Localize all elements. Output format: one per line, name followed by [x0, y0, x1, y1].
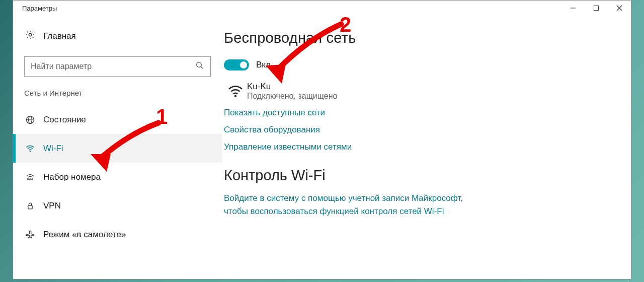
titlebar: Параметры [13, 1, 631, 16]
svg-point-10 [30, 151, 31, 152]
section-title-wifi-sense: Контроль Wi-Fi [224, 167, 616, 184]
svg-rect-1 [594, 6, 599, 11]
svg-point-12 [30, 178, 31, 180]
sidebar-item-label: VPN [43, 201, 61, 211]
wifi-toggle-row: Вкл. [224, 59, 616, 70]
search-icon [195, 61, 204, 72]
window-title: Параметры [22, 5, 57, 12]
sidebar-home-label: Главная [43, 31, 76, 41]
wifi-toggle-label: Вкл. [256, 60, 273, 70]
sidebar-item-airplane[interactable]: Режим «в самолете» [13, 220, 222, 249]
page-title: Беспроводная сеть [224, 30, 616, 46]
settings-window: Параметры Главная [13, 0, 631, 279]
sidebar-item-dialup[interactable]: Набор номера [13, 163, 222, 191]
svg-point-15 [234, 95, 236, 97]
wifi-signal-icon [224, 82, 247, 101]
network-name: Ku-Ku [247, 82, 337, 92]
annotation-number-2: 2 [340, 13, 351, 37]
maximize-button[interactable] [585, 1, 608, 16]
minimize-button[interactable] [561, 1, 585, 16]
vpn-icon [25, 201, 40, 211]
main-panel: Беспроводная сеть Вкл. Ku-Ku Подключено,… [222, 16, 631, 279]
svg-point-13 [32, 178, 33, 180]
current-network[interactable]: Ku-Ku Подключено, защищено [224, 82, 616, 101]
svg-line-6 [201, 66, 203, 68]
sidebar-item-status[interactable]: Состояние [13, 105, 222, 134]
sidebar-group-title: Сеть и Интернет [13, 89, 222, 97]
wifi-toggle[interactable] [224, 59, 249, 70]
gear-icon [25, 30, 35, 42]
search-input[interactable]: Найти параметр [24, 56, 211, 77]
search-placeholder: Найти параметр [31, 62, 195, 71]
svg-point-11 [28, 178, 29, 180]
section-desc-wifi-sense: Войдите в систему с помощью учетной запи… [224, 192, 486, 218]
window-controls [561, 1, 631, 16]
svg-rect-14 [28, 205, 32, 209]
annotation-number-1: 1 [156, 105, 168, 129]
sidebar-item-label: Wi-Fi [43, 144, 63, 154]
sidebar-nav: Состояние Wi-Fi Набор номера [13, 105, 222, 249]
dialup-icon [25, 172, 40, 182]
toggle-knob [240, 61, 247, 68]
sidebar-item-label: Режим «в самолете» [43, 230, 126, 240]
sidebar: Главная Найти параметр Сеть и Интернет С… [13, 16, 222, 279]
content-area: Главная Найти параметр Сеть и Интернет С… [13, 16, 631, 279]
airplane-icon [25, 230, 40, 240]
sidebar-item-label: Набор номера [43, 172, 101, 182]
link-manage-known-networks[interactable]: Управление известными сетями [224, 142, 616, 152]
svg-point-5 [197, 62, 202, 67]
sidebar-item-vpn[interactable]: VPN [13, 191, 222, 220]
sidebar-item-wifi[interactable]: Wi-Fi [13, 134, 222, 163]
sidebar-home[interactable]: Главная [13, 30, 222, 42]
sidebar-item-label: Состояние [43, 115, 86, 125]
globe-icon [25, 115, 40, 125]
wifi-icon [25, 144, 40, 154]
link-show-networks[interactable]: Показать доступные сети [224, 108, 616, 118]
network-status: Подключено, защищено [247, 92, 337, 101]
link-hardware-properties[interactable]: Свойства оборудования [224, 125, 616, 135]
svg-point-4 [29, 33, 31, 36]
close-button[interactable] [608, 1, 631, 16]
